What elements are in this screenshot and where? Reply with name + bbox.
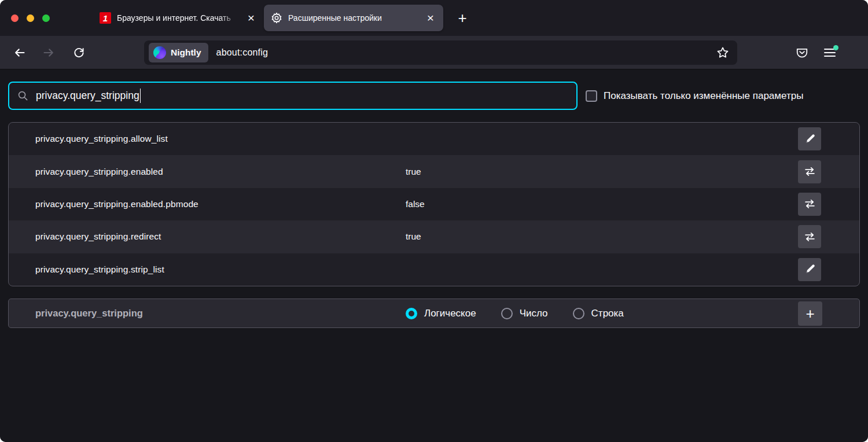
reload-button[interactable] (69, 43, 88, 62)
forward-button[interactable] (39, 43, 58, 62)
tab-title: Расширенные настройки (288, 13, 421, 23)
window-minimize-button[interactable] (27, 14, 34, 22)
toggle-pref-button[interactable] (798, 225, 821, 248)
toggle-arrows-icon (804, 198, 815, 209)
tab-strip: 1 Браузеры и интернет. Скачать × Расшире… (93, 0, 443, 36)
new-tab-button[interactable]: + (453, 8, 472, 28)
pref-row[interactable]: privacy.query_stripping.allow_list (9, 123, 859, 155)
url-text[interactable]: about:config (216, 47, 269, 58)
pref-row[interactable]: privacy.query_stripping.enabled true (9, 155, 859, 187)
url-bar[interactable]: Nightly about:config (144, 40, 737, 65)
window-close-button[interactable] (11, 14, 19, 22)
navigation-toolbar: Nightly about:config (0, 36, 868, 69)
toggle-pref-button[interactable] (798, 160, 821, 183)
window-zoom-button[interactable] (42, 14, 50, 22)
add-preference-row: privacy.query_stripping Логическое Число… (8, 299, 860, 328)
pencil-icon (805, 134, 815, 144)
radio-option-number[interactable]: Число (501, 308, 548, 319)
radio-label: Логическое (424, 308, 476, 319)
radio-selected-icon[interactable] (406, 308, 417, 319)
pref-value: true (406, 167, 421, 177)
add-pref-button[interactable]: + (798, 301, 822, 326)
radio-unselected-icon[interactable] (573, 308, 584, 319)
preferences-table: privacy.query_stripping.allow_list priva… (8, 122, 860, 286)
config-search-input[interactable]: privacy.query_stripping (8, 82, 578, 110)
pref-name: privacy.query_stripping.enabled (35, 167, 163, 177)
edit-pref-button[interactable] (798, 127, 821, 150)
edit-pref-button[interactable] (798, 258, 821, 281)
radio-option-string[interactable]: Строка (573, 308, 624, 319)
radio-unselected-icon[interactable] (501, 308, 513, 319)
gear-icon (271, 12, 282, 24)
show-modified-checkbox[interactable] (586, 90, 597, 102)
radio-label: Число (520, 308, 548, 319)
channel-one-favicon-icon: 1 (100, 12, 111, 24)
radio-option-boolean[interactable]: Логическое (406, 308, 476, 319)
search-icon (17, 90, 28, 101)
pref-row[interactable]: privacy.query_stripping.enabled.pbmode f… (9, 188, 859, 220)
identity-badge[interactable]: Nightly (149, 43, 208, 62)
browser-window: 1 Браузеры и интернет. Скачать × Расшире… (0, 0, 868, 442)
toggle-arrows-icon (804, 166, 815, 177)
tab-close-icon[interactable]: × (245, 12, 257, 24)
back-button[interactable] (10, 43, 29, 62)
identity-badge-label: Nightly (171, 47, 201, 58)
pref-name: privacy.query_stripping.enabled.pbmode (35, 199, 198, 209)
about-config-page: privacy.query_stripping Показывать тольк… (0, 69, 868, 442)
pref-value: false (406, 199, 425, 209)
tab-title: Браузеры и интернет. Скачать (117, 13, 242, 23)
text-caret (140, 89, 141, 103)
radio-label: Строка (591, 308, 624, 319)
show-modified-control: Показывать только изменённые параметры (586, 82, 803, 110)
new-pref-name: privacy.query_stripping (35, 308, 143, 319)
pref-name: privacy.query_stripping.redirect (35, 231, 161, 242)
bookmark-star-icon[interactable] (715, 45, 730, 60)
macos-traffic-lights (11, 14, 50, 22)
pref-row[interactable]: privacy.query_stripping.redirect true (9, 220, 859, 253)
pocket-icon[interactable] (793, 43, 811, 62)
tab-close-icon[interactable]: × (425, 12, 436, 24)
firefox-nightly-logo-icon (153, 46, 166, 59)
pref-value: true (406, 231, 421, 242)
pref-name: privacy.query_stripping.allow_list (35, 134, 168, 144)
pencil-icon (805, 264, 815, 274)
show-modified-label: Показывать только изменённые параметры (604, 90, 803, 102)
toggle-arrows-icon (804, 231, 815, 242)
menu-notification-dot (833, 45, 838, 50)
pref-name: privacy.query_stripping.strip_list (35, 264, 164, 275)
tab-about-config[interactable]: Расширенные настройки × (264, 5, 443, 31)
app-menu-hamburger-icon[interactable] (821, 43, 839, 62)
pref-row[interactable]: privacy.query_stripping.strip_list (9, 253, 859, 286)
pref-type-radio-group: Логическое Число Строка (406, 308, 624, 319)
tab-bar: 1 Браузеры и интернет. Скачать × Расшире… (0, 0, 868, 36)
toggle-pref-button[interactable] (798, 193, 821, 216)
search-query-text: privacy.query_stripping (36, 90, 139, 102)
tab-browsers-article[interactable]: 1 Браузеры и интернет. Скачать × (93, 5, 264, 31)
